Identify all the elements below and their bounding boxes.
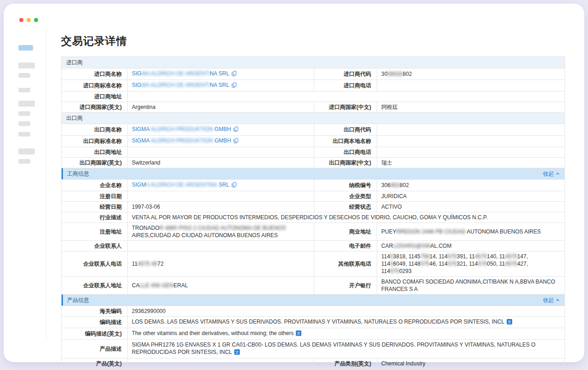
table-row: 产品描述 SIGMA PHR1276 1G ENVASES X 1 GR CA0…	[62, 340, 565, 359]
section-accent-bar	[62, 168, 63, 179]
company-type-value: JURIDICA	[377, 191, 565, 202]
nav-skeleton-bar	[18, 121, 30, 126]
other-phone-label: 其他联系电话	[314, 251, 377, 277]
contact-addr-value: CALLE 456 GENERAL	[128, 277, 314, 295]
biz-addr-label: 商业地址	[314, 223, 377, 241]
svg-text:文: 文	[508, 320, 511, 324]
table-row: 企业联系人电话 114575 4572 其他联系电话 11453818, 114…	[62, 251, 565, 277]
product-desc-cell: SIGMA PHR1276 1G ENVASES X 1 GR CA01-CB0…	[128, 340, 565, 359]
contact-addr-label: 企业联系人地址	[62, 277, 128, 295]
table-row: 进口商标准名称 SIGMA ALDRICH DE ARGENTINA SRL 进…	[62, 80, 565, 91]
table-row: 出口商标准名称 SIGMA ALDRICH PRODUKTION GMBH 出口…	[62, 136, 565, 147]
hs-code-label: 海关编码	[62, 306, 128, 317]
biz-addr-value: PUEYRREDON 2446 PB CIUDAD AUTONOMA BUENO…	[377, 223, 565, 241]
table-row: 出口商名称 SIGMA ALDRICH PRODUKTION GMBH 出口商代…	[62, 124, 565, 136]
section-accent-bar	[62, 295, 63, 306]
category-en-label: 产品类别(英文)	[314, 359, 377, 369]
importer-country-cn-label: 进口商国家(中文)	[314, 102, 377, 113]
section-header-exporter: 出口商	[62, 113, 565, 124]
exporter-phone-value	[377, 147, 565, 158]
email-label: 电子邮件	[314, 241, 377, 251]
translate-icon[interactable]: 文	[507, 319, 512, 326]
table-row: 进口商名称 SIGMA ALDRICH DE ARGENTINA SRL 进口商…	[62, 68, 565, 80]
table-row: 出口商国家(英文) Switzerland 出口商国家(中文) 瑞士	[62, 158, 565, 168]
translate-icon[interactable]: 文	[234, 349, 240, 357]
collapse-business-button[interactable]: 收起	[543, 170, 560, 177]
company-name-link[interactable]: SIGMA ALDRICH DE ARGENTINA SRL	[132, 182, 229, 188]
svg-text:文: 文	[297, 331, 300, 336]
product-en-value	[128, 359, 314, 369]
translate-icon[interactable]: 文	[296, 330, 301, 338]
code-desc-en-label: 编码描述(英文)	[62, 328, 128, 340]
nav-skeleton-bar	[18, 63, 35, 68]
section-title-business: 工商信息	[67, 170, 89, 177]
company-name-cell: SIGMA ALDRICH DE ARGENTINA SRL	[128, 180, 314, 191]
chevron-up-icon	[555, 171, 560, 176]
importer-std-name-link[interactable]: SIGMA ALDRICH DE ARGENTINA SRL	[132, 82, 229, 88]
code-desc-cell: LOS DEMAS. LAS DEMAS VITAMINAS Y SUS DER…	[128, 317, 565, 328]
chevron-up-icon	[555, 298, 560, 302]
importer-std-name-label: 进口商标准名称	[62, 80, 128, 91]
exporter-country-en-value: Switzerland	[128, 158, 314, 168]
category-en-value: Chemical Industry	[377, 359, 565, 369]
sidebar-divider	[46, 28, 46, 342]
nav-skeleton-bar	[18, 88, 30, 92]
importer-code-value: 3058533802	[377, 68, 565, 80]
table-row: 进口商地址	[62, 91, 565, 102]
main-content: 交易记录详情 进口商 进口商名称 SIGMA ALDRICH DE ARGENT…	[61, 28, 565, 369]
copy-icon[interactable]	[233, 126, 238, 134]
exporter-std-name-cell: SIGMA ALDRICH PRODUKTION GMBH	[128, 136, 314, 147]
importer-name-label: 进口商名称	[62, 68, 128, 80]
op-status-label: 经营状态	[314, 202, 377, 212]
reg-date-value	[128, 191, 314, 202]
exporter-std-name-link[interactable]: SIGMA ALDRICH PRODUKTION GMBH	[132, 137, 231, 144]
collapse-label: 收起	[543, 170, 554, 177]
product-desc-value: SIGMA PHR1276 1G ENVASES X 1 GR CA01-CB0…	[132, 342, 536, 355]
section-title-product: 产品信息	[67, 296, 89, 304]
table-row: 产品(英文) 产品类别(英文) Chemical Industry	[62, 359, 565, 369]
importer-name-cell: SIGMA ALDRICH DE ARGENTINA SRL	[128, 68, 314, 80]
other-phone-value: 11453818, 114575814, 114575391, 11457514…	[377, 251, 565, 277]
industry-label: 行业描述	[62, 212, 128, 223]
section-title-exporter: 出口商	[62, 113, 565, 124]
nav-skeleton-bar	[18, 148, 35, 154]
collapse-product-button[interactable]: 收起	[543, 296, 560, 304]
importer-address-value	[128, 91, 565, 102]
exporter-address-label: 出口商地址	[62, 147, 128, 158]
section-header-product: 产品信息 收起	[62, 295, 565, 306]
page-title: 交易记录详情	[61, 34, 565, 48]
close-window-button[interactable]	[19, 18, 23, 22]
nav-skeleton-bar	[18, 111, 30, 116]
code-desc-en-value: The other vitamins and their derivatives…	[132, 330, 294, 336]
table-row: 编码描述 LOS DEMAS. LAS DEMAS VITAMINAS Y SU…	[62, 317, 565, 328]
copy-icon[interactable]	[233, 138, 238, 145]
exporter-code-value	[377, 124, 565, 136]
section-title-importer: 进口商	[62, 57, 565, 68]
code-desc-en-cell: The other vitamins and their derivatives…	[128, 328, 565, 340]
importer-country-en-value: Argentina	[128, 102, 314, 113]
browser-window: 交易记录详情 进口商 进口商名称 SIGMA ALDRICH DE ARGENT…	[4, 4, 584, 362]
contact-label: 企业联系人	[62, 241, 128, 251]
reg-date-label: 注册日期	[62, 191, 128, 202]
table-row: 出口商地址 出口商电话	[62, 147, 565, 158]
tax-no-label: 纳税编号	[314, 180, 377, 191]
copy-icon[interactable]	[232, 71, 237, 78]
exporter-name-link[interactable]: SIGMA ALDRICH PRODUKTION GMBH	[132, 126, 231, 132]
contact-phone-label: 企业联系人电话	[62, 251, 128, 277]
company-type-label: 企业类型	[314, 191, 377, 202]
op-date-value: 1997-03-06	[128, 202, 314, 212]
table-row: 海关编码 29362990000	[62, 306, 565, 317]
window-controls	[19, 18, 38, 22]
maximize-window-button[interactable]	[34, 18, 38, 22]
table-row: 行业描述 VENTA AL POR MAYOR DE PRODUCTOS INT…	[62, 212, 565, 223]
table-row: 经营日期 1997-03-06 经营状态 ACTIVO	[62, 202, 565, 212]
importer-name-link[interactable]: SIGMA ALDRICH DE ARGENTINA SRL	[132, 70, 229, 77]
exporter-std-name-label: 出口商标准名称	[62, 136, 128, 147]
copy-icon[interactable]	[232, 82, 237, 90]
copy-icon[interactable]	[232, 182, 237, 189]
reg-addr-value: TRONADOR 4890 PISO 2 CIUDAD AUTONOMA DE …	[128, 223, 314, 241]
exporter-name-cell: SIGMA ALDRICH PRODUKTION GMBH	[128, 124, 314, 136]
importer-country-en-label: 进口商国家(英文)	[62, 102, 128, 113]
nav-skeleton-bar	[18, 159, 30, 164]
minimize-window-button[interactable]	[27, 18, 31, 22]
